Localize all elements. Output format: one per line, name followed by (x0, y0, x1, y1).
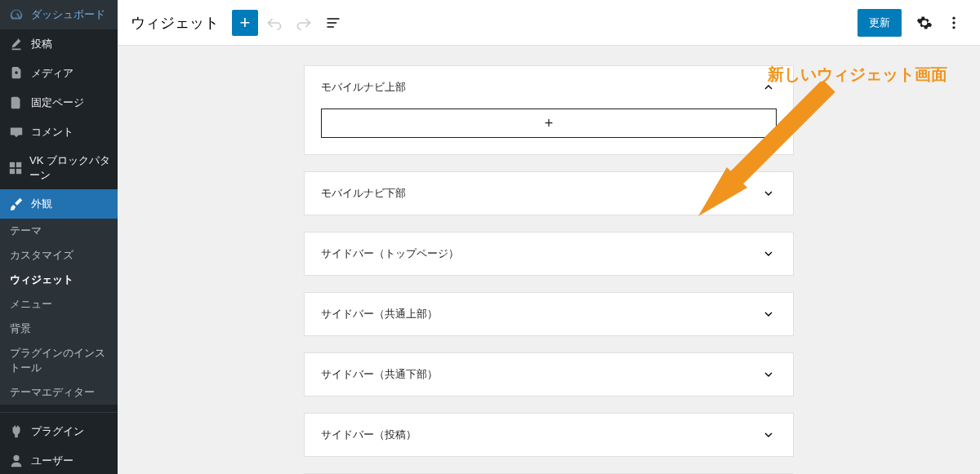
widget-area-title: モバイルナビ上部 (321, 80, 406, 95)
widget-areas-content: モバイルナビ上部 + モバイルナビ下部 サイドバー（トップページ） サイドバー（… (118, 46, 980, 474)
svg-rect-11 (327, 18, 340, 20)
submenu-customize[interactable]: カスタマイズ (0, 243, 118, 268)
user-icon (8, 453, 24, 469)
svg-rect-3 (16, 169, 21, 174)
widget-area-header[interactable]: サイドバー（共通上部） (305, 293, 793, 335)
more-options-button[interactable] (941, 10, 967, 36)
widget-area-header[interactable]: サイドバー（トップページ） (305, 233, 793, 275)
sidebar-item-plugins[interactable]: プラグイン (0, 417, 118, 446)
sidebar-item-label: ユーザー (31, 454, 74, 468)
sidebar-item-users[interactable]: ユーザー (0, 446, 118, 474)
sidebar-submenu: テーマ カスタマイズ ウィジェット メニュー 背景 プラグインのインストール テ… (0, 219, 118, 405)
grid-icon (8, 160, 23, 176)
add-block-inline-button[interactable]: + (321, 109, 777, 138)
chevron-down-icon (760, 246, 777, 262)
redo-button[interactable] (291, 10, 317, 36)
sidebar-item-label: ダッシュボード (31, 7, 105, 22)
svg-point-16 (952, 26, 955, 29)
sidebar-item-label: 固定ページ (31, 95, 84, 110)
undo-button[interactable] (261, 10, 287, 36)
sidebar-item-label: コメント (31, 125, 74, 140)
svg-rect-1 (16, 162, 21, 167)
chevron-down-icon (760, 185, 777, 202)
sidebar-item-label: メディア (31, 66, 74, 81)
sidebar-item-label: プラグイン (31, 424, 84, 439)
widget-area-title: サイドバー（トップページ） (321, 246, 459, 261)
svg-point-14 (952, 16, 955, 19)
widget-area-title: サイドバー（共通上部） (321, 307, 438, 321)
update-button[interactable]: 更新 (858, 9, 902, 37)
widget-area-sidebar-posts: サイドバー（投稿） (304, 413, 794, 457)
brush-icon (8, 196, 24, 212)
widget-area-title: サイドバー（共通下部） (321, 367, 438, 382)
sidebar-item-label: 投稿 (31, 37, 52, 51)
chevron-up-icon (760, 79, 777, 95)
page-title: ウィジェット (131, 13, 219, 33)
svg-rect-0 (10, 162, 15, 167)
svg-rect-2 (10, 169, 15, 174)
list-view-button[interactable] (320, 10, 346, 36)
chevron-down-icon (760, 306, 777, 322)
submenu-menus[interactable]: メニュー (0, 292, 118, 317)
submenu-install-plugins[interactable]: プラグインのインストール (0, 341, 118, 380)
svg-point-15 (952, 21, 955, 24)
sidebar-item-appearance[interactable]: 外観 (0, 189, 118, 219)
widget-area-title: モバイルナビ下部 (321, 186, 406, 201)
widget-area-mobile-nav-top: モバイルナビ上部 + (304, 65, 794, 155)
dashboard-icon (8, 7, 24, 23)
svg-rect-12 (327, 22, 337, 24)
comment-icon (8, 124, 24, 140)
editor-topbar: ウィジェット + 更新 (118, 0, 980, 46)
plugin-icon (8, 423, 24, 440)
widget-area-sidebar-common-top: サイドバー（共通上部） (304, 292, 794, 336)
page-icon (8, 95, 24, 111)
settings-gear-button[interactable] (911, 10, 938, 36)
sidebar-item-comments[interactable]: コメント (0, 117, 118, 147)
chevron-down-icon (760, 427, 777, 443)
pin-icon (8, 36, 24, 52)
widget-area-mobile-nav-bottom: モバイルナビ下部 (304, 171, 794, 215)
sidebar-item-media[interactable]: メディア (0, 59, 118, 88)
sidebar-item-dashboard[interactable]: ダッシュボード (0, 0, 118, 29)
widget-area-header[interactable]: モバイルナビ下部 (305, 172, 793, 215)
svg-rect-13 (327, 26, 334, 28)
widget-area-sidebar-common-bottom: サイドバー（共通下部） (304, 352, 794, 396)
widget-area-title: サイドバー（投稿） (321, 427, 416, 442)
sidebar-item-label: VK ブロックパターン (29, 153, 111, 183)
submenu-background[interactable]: 背景 (0, 317, 118, 341)
sidebar-item-label: 外観 (31, 197, 52, 211)
svg-point-4 (13, 455, 19, 461)
sidebar-item-posts[interactable]: 投稿 (0, 29, 118, 59)
media-icon (8, 65, 24, 82)
sidebar-item-vk-patterns[interactable]: VK ブロックパターン (0, 147, 118, 189)
submenu-themes[interactable]: テーマ (0, 219, 118, 243)
widget-area-sidebar-top: サイドバー（トップページ） (304, 232, 794, 276)
widget-area-header[interactable]: モバイルナビ上部 (305, 66, 793, 109)
widget-area-body: + (305, 109, 793, 154)
sidebar-separator (0, 409, 118, 413)
widget-area-header[interactable]: サイドバー（投稿） (305, 414, 793, 456)
admin-sidebar: ダッシュボード 投稿 メディア 固定ページ コメント VK ブロックパターン 外… (0, 0, 118, 474)
add-block-button[interactable]: + (232, 10, 258, 36)
chevron-down-icon (760, 366, 777, 383)
submenu-widgets[interactable]: ウィジェット (0, 268, 118, 292)
submenu-theme-editor[interactable]: テーマエディター (0, 380, 118, 405)
widget-area-header[interactable]: サイドバー（共通下部） (305, 353, 793, 396)
sidebar-item-pages[interactable]: 固定ページ (0, 88, 118, 117)
